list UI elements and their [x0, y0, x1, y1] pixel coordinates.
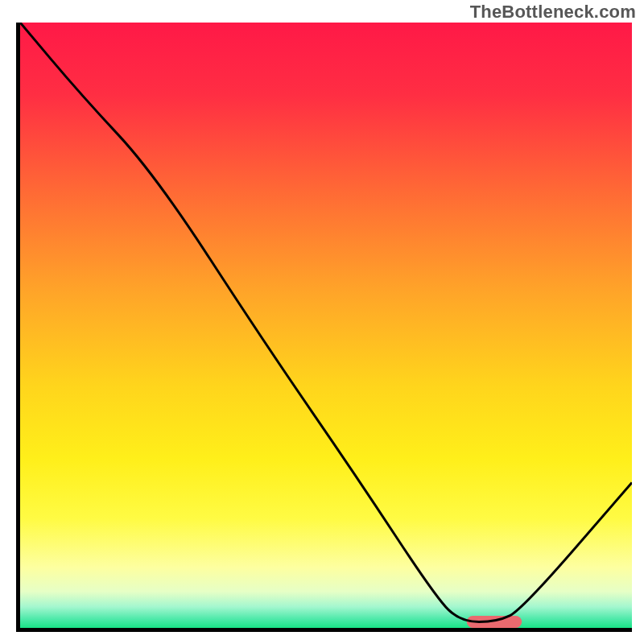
curve-layer [20, 23, 632, 628]
main-curve [20, 23, 632, 621]
watermark-text: TheBottleneck.com [470, 2, 636, 23]
plot-area [16, 23, 632, 632]
chart-container: TheBottleneck.com [0, 0, 644, 644]
